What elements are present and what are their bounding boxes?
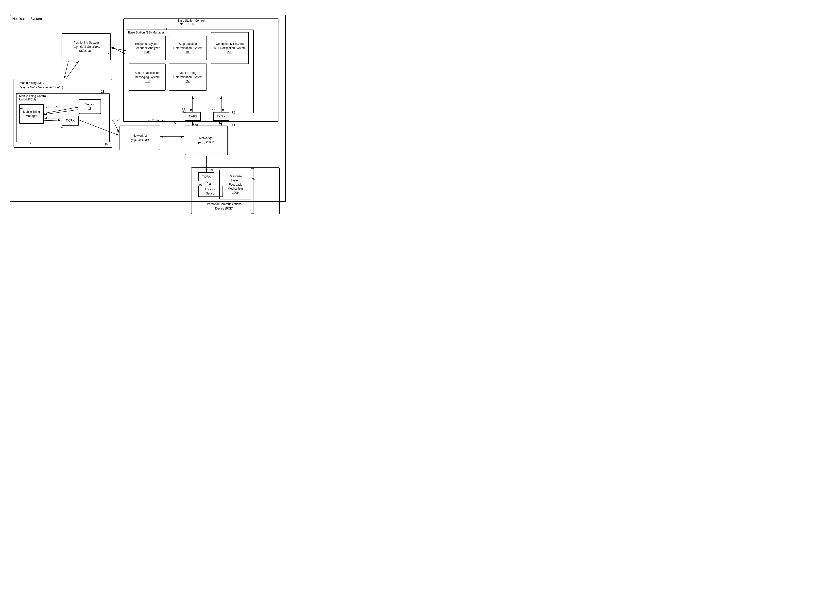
ref-40: 40 (108, 52, 111, 56)
combined-box: Combined MTTL And DTL Notification Syste… (211, 32, 249, 64)
ref-52: 52 (182, 110, 185, 113)
txrx-bscu-right: TX/RX (213, 112, 229, 121)
mtcu-label: Mobile Thing Control Unit (MTCU) (19, 94, 47, 101)
ref-65: 65 (195, 123, 198, 126)
ref-48: 48 (148, 119, 151, 123)
rsfm-box: ResponseSystemFeedbackMechanism 100b (219, 170, 252, 199)
ref-73: 73 (209, 169, 213, 172)
ref-17: 17 (26, 81, 30, 85)
bscu-ref: 41 (164, 28, 167, 31)
ref-29: 29 (46, 106, 49, 109)
networks-pstn-box: Network(s) (e.g., PSTN) (185, 126, 228, 155)
notification-system-label: Notification System (12, 17, 42, 21)
mtds-label: Mobile Thing Determination System (173, 71, 202, 79)
ref-21: 21 (59, 86, 62, 89)
ref-45: 45 (112, 119, 115, 122)
networks-cellular-box: Network(s) (e.g., cellular) (119, 126, 160, 150)
txrx-mtcu-label: TX/RX (66, 119, 74, 122)
ref-31a: 31a (26, 142, 32, 145)
diagram-container: Notification System Base Station Control… (5, 5, 291, 217)
ref-80: 80 (199, 184, 202, 187)
positioning-label: Positioning System (74, 41, 99, 44)
positioning-box: Positioning System (e.g., GPS Satellites… (62, 33, 111, 60)
txrx-pcd: TX/RX (199, 172, 214, 181)
mt-label: Mobile Thing (MT) (e.g., a Motor Vehicle… (20, 81, 63, 89)
ref-75: 75 (252, 177, 255, 181)
slds-box: Stop Location Determination System 190 (169, 36, 207, 60)
mt-manager-box: Mobile ThingManager (19, 104, 44, 124)
ref-74: 74 (232, 123, 235, 126)
ref-61: 61 (162, 119, 165, 123)
rsfa-box: Response System Feedback Analyzer 100a (129, 36, 166, 60)
slds-label: Stop Location Determination System (173, 42, 202, 50)
ref-43: 43 (61, 126, 64, 129)
txrx-bscu-left: TX/RX (185, 112, 201, 121)
ref-27: 27 (54, 106, 57, 109)
rsfa-label: Response System Feedback Analyzer (135, 42, 160, 50)
ref-31b: 31b→ (152, 119, 159, 122)
ref-66: 66 (182, 107, 185, 110)
rsfa-ref: 100a (144, 50, 150, 54)
snms-ref: 210 (145, 79, 150, 83)
snms-label: Secure Notification Messaging System (135, 71, 159, 79)
mtds-box: Mobile Thing Determination System 250 (169, 63, 207, 91)
ref-72: 72 (232, 111, 235, 114)
bs-manager-label: Base Station (BS) Manager (128, 31, 164, 34)
snms-box: Secure Notification Messaging System 210 (129, 63, 166, 91)
combined-ref: 290 (227, 50, 232, 54)
sensor-box: Sensor18 (79, 99, 101, 114)
ref-44: 44 (117, 119, 120, 122)
txrx-mtcu: TX/RX (62, 116, 79, 126)
ref-10: 10 (105, 142, 108, 146)
ref-55: 55 (172, 122, 176, 125)
pcd-label: Personal CommunicationsDevice (PCD) (207, 202, 241, 211)
bscu-title: Base Station Control Unit (BSCU) (177, 19, 204, 26)
combined-label: Combined MTTL And DTL Notification Syste… (214, 42, 246, 50)
ref-70: 70 (212, 107, 215, 110)
slds-ref: 190 (185, 50, 190, 54)
ref-23: 23 (101, 90, 104, 93)
mtds-ref: 250 (185, 79, 190, 83)
